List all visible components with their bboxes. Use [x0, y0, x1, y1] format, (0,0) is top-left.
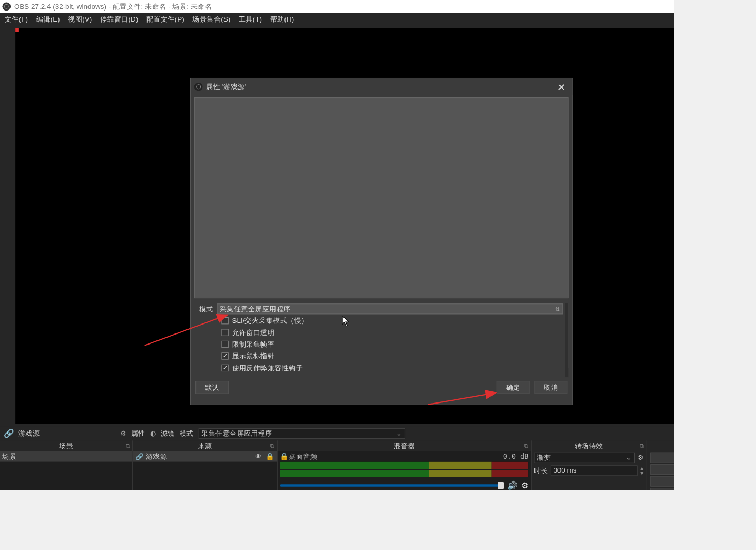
scenes-dock: 场景⧉ 场景 ＋ － ︿ ﹀: [0, 440, 133, 490]
checkbox-transparent[interactable]: 允许窗口透明: [194, 327, 569, 338]
lock-icon[interactable]: 🔒: [280, 453, 289, 461]
menu-tools[interactable]: 工具(T): [239, 14, 262, 24]
popout-icon[interactable]: ⧉: [524, 443, 528, 449]
checkbox-label: 显示鼠标指针: [232, 351, 275, 361]
window-titlebar: OBS 27.2.4 (32-bit, windows) - 配置文件: 未命名…: [0, 0, 674, 13]
mode-value: 采集任意全屏应用程序: [220, 304, 291, 314]
menu-scene-collection[interactable]: 场景集合(S): [192, 14, 230, 24]
sources-title: 来源: [198, 441, 212, 451]
volume-meter: [280, 462, 528, 469]
popout-icon[interactable]: ⧉: [640, 443, 644, 449]
dialog-close-button[interactable]: ✕: [554, 81, 568, 92]
context-properties-label[interactable]: 属性: [131, 428, 145, 438]
menu-file[interactable]: 文件(F): [5, 14, 28, 24]
ok-button[interactable]: 确定: [497, 381, 530, 394]
obs-icon: [2, 2, 11, 11]
source-name: 游戏源: [146, 451, 167, 461]
menu-help[interactable]: 帮助(H): [270, 14, 294, 24]
dialog-preview: [194, 97, 569, 298]
studio-mode-button[interactable]: 工作室模式: [650, 488, 674, 490]
spinner-icon: ⇅: [555, 306, 560, 312]
context-mode-label: 模式: [180, 428, 194, 438]
sources-dock: 来源⧉ 🔗 游戏源 👁 🔒 ＋ － ⚙ ︿ ﹀: [133, 440, 278, 490]
checkbox-sli[interactable]: SLI/交火采集模式（慢）: [194, 315, 569, 326]
checkbox-label: 限制采集帧率: [232, 339, 275, 349]
checkbox-label: 允许窗口透明: [232, 328, 275, 338]
defaults-button[interactable]: 默认: [195, 381, 229, 394]
mixer-dock: 混音器⧉ 🔒桌面音频0.0 dB 🔊 ⚙: [278, 440, 532, 490]
menu-edit[interactable]: 编辑(E): [36, 14, 60, 24]
track-name: 桌面音频: [289, 451, 317, 461]
context-mode-select[interactable]: 采集任意全屏应用程序 ⌄: [199, 428, 405, 439]
mixer-track: 🔒桌面音频0.0 dB 🔊 ⚙: [278, 451, 531, 490]
transition-type: 渐变: [537, 453, 551, 463]
duration-label: 时长: [534, 466, 548, 476]
context-mode-value: 采集任意全屏应用程序: [201, 428, 272, 438]
chevron-down-icon: ⌄: [396, 429, 402, 438]
menu-bar: 文件(F) 编辑(E) 视图(V) 停靠窗口(D) 配置文件(P) 场景集合(S…: [0, 13, 674, 26]
duration-value: 300 ms: [553, 466, 576, 474]
volume-meter: [280, 470, 528, 477]
track-db: 0.0 dB: [503, 453, 529, 461]
scenes-title: 场景: [59, 441, 73, 451]
start-virtual-camera-button[interactable]: 启动虚拟摄像机: [650, 476, 674, 487]
dialog-title: 属性 '游戏源': [206, 82, 246, 92]
context-source-name: 游戏源: [18, 428, 40, 438]
scene-row[interactable]: 场景: [0, 451, 132, 461]
cancel-button[interactable]: 取消: [535, 381, 568, 394]
game-capture-icon: 🔗: [135, 453, 144, 460]
gear-icon[interactable]: ⚙: [521, 480, 529, 490]
start-streaming-button[interactable]: 开始推流: [650, 453, 674, 463]
window-title: OBS 27.2.4 (32-bit, windows) - 配置文件: 未命名…: [14, 2, 212, 12]
dialog-form: 模式 采集任意全屏应用程序 ⇅ SLI/交火采集模式（慢） 允许窗口透明 限制采…: [194, 303, 569, 377]
mixer-title: 混音器: [394, 441, 415, 451]
mode-select[interactable]: 采集任意全屏应用程序 ⇅: [217, 303, 563, 314]
transition-type-select[interactable]: 渐变⌄: [534, 453, 635, 463]
checkbox-anticheat[interactable]: 使用反作弊兼容性钩子: [194, 362, 569, 374]
lock-toggle[interactable]: 🔒: [266, 453, 274, 461]
checkbox-cursor[interactable]: 显示鼠标指针: [194, 350, 569, 362]
menu-view[interactable]: 视图(V): [68, 14, 92, 24]
obs-icon: [194, 83, 203, 91]
filters-icon[interactable]: ◐: [150, 429, 156, 438]
visibility-toggle[interactable]: 👁: [255, 453, 262, 461]
scene-name: 场景: [2, 451, 16, 461]
source-context-bar: 🔗 游戏源 ⚙ 属性 ◐ 滤镜 模式 采集任意全屏应用程序 ⌄: [0, 426, 674, 440]
popout-icon[interactable]: ⧉: [270, 443, 274, 449]
context-filters-label[interactable]: 滤镜: [161, 428, 175, 438]
properties-dialog: 属性 '游戏源' ✕ 模式 采集任意全屏应用程序 ⇅ SLI/交火采集模式（慢）…: [191, 78, 572, 405]
checkbox-label: 使用反作弊兼容性钩子: [232, 363, 303, 373]
checkbox-label: SLI/交火采集模式（慢）: [232, 316, 309, 326]
chevron-down-icon: ⌄: [626, 454, 632, 462]
dialog-titlebar: 属性 '游戏源' ✕: [191, 78, 572, 95]
source-row[interactable]: 🔗 游戏源 👁 🔒: [133, 451, 277, 461]
volume-slider[interactable]: [280, 484, 504, 486]
controls-dock: 控件⧉ 开始推流 开始录制 启动虚拟摄像机 工作室模式 设置 退出: [646, 440, 674, 490]
checkbox-limit-fps[interactable]: 限制采集帧率: [194, 338, 569, 350]
selection-handle[interactable]: [15, 28, 19, 32]
popout-icon[interactable]: ⧉: [126, 443, 130, 449]
spinner-icon[interactable]: ▴▾: [640, 466, 644, 475]
transitions-title: 转场特效: [575, 441, 603, 451]
gear-icon[interactable]: ⚙: [120, 429, 126, 438]
gear-icon[interactable]: ⚙: [637, 454, 644, 462]
menu-profile[interactable]: 配置文件(P): [146, 14, 184, 24]
mode-label: 模式: [194, 304, 217, 314]
transitions-dock: 转场特效⧉ 渐变⌄ ⚙ 时长 300 ms ▴▾: [532, 440, 647, 490]
link-icon: 🔗: [4, 429, 14, 438]
speaker-icon[interactable]: 🔊: [507, 480, 517, 490]
start-recording-button[interactable]: 开始录制: [650, 464, 674, 475]
duration-input[interactable]: 300 ms: [551, 465, 638, 476]
menu-docks[interactable]: 停靠窗口(D): [100, 14, 138, 24]
